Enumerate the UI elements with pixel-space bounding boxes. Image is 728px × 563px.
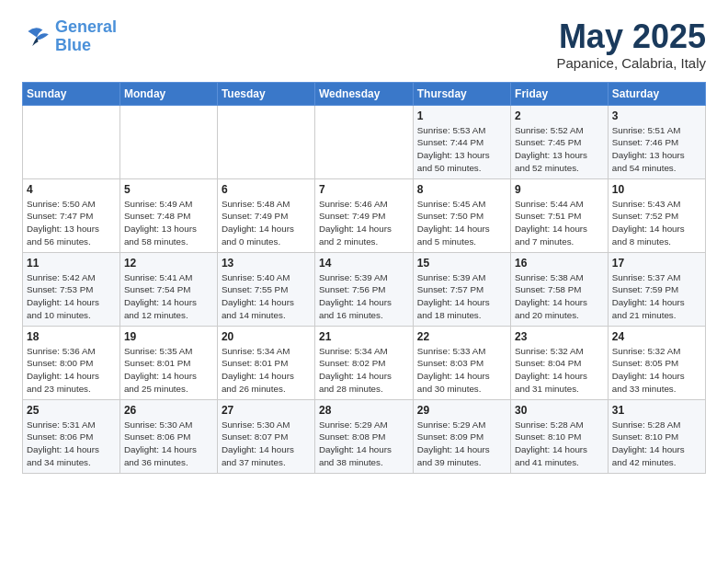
calendar-cell: 13Sunrise: 5:40 AM Sunset: 7:55 PM Dayli… xyxy=(217,252,314,326)
day-info: Sunrise: 5:36 AM Sunset: 8:00 PM Dayligh… xyxy=(27,345,116,396)
day-info: Sunrise: 5:52 AM Sunset: 7:45 PM Dayligh… xyxy=(515,124,604,175)
day-info: Sunrise: 5:51 AM Sunset: 7:46 PM Dayligh… xyxy=(612,124,701,175)
title-block: May 2025 Papanice, Calabria, Italy xyxy=(556,18,706,71)
day-number: 13 xyxy=(222,257,311,270)
calendar-cell xyxy=(314,105,413,178)
calendar-table: SundayMondayTuesdayWednesdayThursdayFrid… xyxy=(22,82,706,474)
calendar-cell xyxy=(119,105,217,178)
day-info: Sunrise: 5:39 AM Sunset: 7:57 PM Dayligh… xyxy=(417,271,506,322)
day-info: Sunrise: 5:32 AM Sunset: 8:05 PM Dayligh… xyxy=(612,345,701,396)
day-number: 6 xyxy=(222,183,311,196)
page-header: General Blue May 2025 Papanice, Calabria… xyxy=(22,18,706,71)
calendar-cell xyxy=(217,105,314,178)
day-number: 10 xyxy=(612,183,701,196)
day-info: Sunrise: 5:44 AM Sunset: 7:51 PM Dayligh… xyxy=(515,198,604,248)
calendar-week-4: 18Sunrise: 5:36 AM Sunset: 8:00 PM Dayli… xyxy=(23,326,706,399)
day-info: Sunrise: 5:29 AM Sunset: 8:08 PM Dayligh… xyxy=(319,419,409,469)
day-number: 24 xyxy=(612,330,701,343)
day-number: 30 xyxy=(515,404,604,417)
header-sunday: Sunday xyxy=(23,82,120,105)
day-number: 26 xyxy=(124,404,213,417)
calendar-week-3: 11Sunrise: 5:42 AM Sunset: 7:53 PM Dayli… xyxy=(23,252,706,326)
day-info: Sunrise: 5:50 AM Sunset: 7:47 PM Dayligh… xyxy=(27,198,116,248)
header-thursday: Thursday xyxy=(413,82,510,105)
header-monday: Monday xyxy=(119,82,217,105)
day-number: 20 xyxy=(222,330,311,343)
day-number: 1 xyxy=(417,109,506,122)
calendar-cell: 7Sunrise: 5:46 AM Sunset: 7:49 PM Daylig… xyxy=(314,178,413,252)
calendar-cell: 2Sunrise: 5:52 AM Sunset: 7:45 PM Daylig… xyxy=(511,105,609,178)
calendar-cell: 12Sunrise: 5:41 AM Sunset: 7:54 PM Dayli… xyxy=(119,252,217,326)
calendar-cell: 25Sunrise: 5:31 AM Sunset: 8:06 PM Dayli… xyxy=(23,399,120,473)
day-number: 9 xyxy=(515,183,604,196)
day-number: 25 xyxy=(27,404,116,417)
calendar-page: General Blue May 2025 Papanice, Calabria… xyxy=(0,0,728,488)
day-info: Sunrise: 5:35 AM Sunset: 8:01 PM Dayligh… xyxy=(124,345,213,396)
calendar-cell: 14Sunrise: 5:39 AM Sunset: 7:56 PM Dayli… xyxy=(314,252,413,326)
calendar-cell: 28Sunrise: 5:29 AM Sunset: 8:08 PM Dayli… xyxy=(314,399,413,473)
day-number: 8 xyxy=(417,183,506,196)
day-info: Sunrise: 5:40 AM Sunset: 7:55 PM Dayligh… xyxy=(222,271,311,322)
day-info: Sunrise: 5:31 AM Sunset: 8:06 PM Dayligh… xyxy=(27,419,116,469)
header-saturday: Saturday xyxy=(608,82,705,105)
day-info: Sunrise: 5:34 AM Sunset: 8:02 PM Dayligh… xyxy=(319,345,409,396)
day-number: 29 xyxy=(417,404,506,417)
calendar-week-2: 4Sunrise: 5:50 AM Sunset: 7:47 PM Daylig… xyxy=(23,178,706,252)
calendar-cell: 19Sunrise: 5:35 AM Sunset: 8:01 PM Dayli… xyxy=(119,326,217,399)
day-number: 2 xyxy=(515,109,604,122)
calendar-cell: 22Sunrise: 5:33 AM Sunset: 8:03 PM Dayli… xyxy=(413,326,510,399)
day-number: 5 xyxy=(124,183,213,196)
day-info: Sunrise: 5:29 AM Sunset: 8:09 PM Dayligh… xyxy=(417,419,506,469)
calendar-cell: 18Sunrise: 5:36 AM Sunset: 8:00 PM Dayli… xyxy=(23,326,120,399)
calendar-cell: 27Sunrise: 5:30 AM Sunset: 8:07 PM Dayli… xyxy=(217,399,314,473)
day-number: 7 xyxy=(319,183,409,196)
day-number: 16 xyxy=(515,257,604,270)
day-number: 4 xyxy=(27,183,116,196)
calendar-cell: 30Sunrise: 5:28 AM Sunset: 8:10 PM Dayli… xyxy=(511,399,609,473)
calendar-subtitle: Papanice, Calabria, Italy xyxy=(556,55,706,71)
header-wednesday: Wednesday xyxy=(314,82,413,105)
calendar-cell: 1Sunrise: 5:53 AM Sunset: 7:44 PM Daylig… xyxy=(413,105,510,178)
day-number: 23 xyxy=(515,330,604,343)
day-number: 27 xyxy=(222,404,311,417)
day-number: 11 xyxy=(27,257,116,270)
day-info: Sunrise: 5:49 AM Sunset: 7:48 PM Dayligh… xyxy=(124,198,213,248)
day-number: 31 xyxy=(612,404,701,417)
day-number: 21 xyxy=(319,330,409,343)
day-info: Sunrise: 5:33 AM Sunset: 8:03 PM Dayligh… xyxy=(417,345,506,396)
calendar-week-5: 25Sunrise: 5:31 AM Sunset: 8:06 PM Dayli… xyxy=(23,399,706,473)
calendar-header-row: SundayMondayTuesdayWednesdayThursdayFrid… xyxy=(23,82,706,105)
day-info: Sunrise: 5:28 AM Sunset: 8:10 PM Dayligh… xyxy=(515,419,604,469)
day-info: Sunrise: 5:30 AM Sunset: 8:06 PM Dayligh… xyxy=(124,419,213,469)
day-info: Sunrise: 5:42 AM Sunset: 7:53 PM Dayligh… xyxy=(27,271,116,322)
calendar-cell: 17Sunrise: 5:37 AM Sunset: 7:59 PM Dayli… xyxy=(608,252,705,326)
day-number: 17 xyxy=(612,257,701,270)
calendar-cell: 4Sunrise: 5:50 AM Sunset: 7:47 PM Daylig… xyxy=(23,178,120,252)
calendar-cell: 3Sunrise: 5:51 AM Sunset: 7:46 PM Daylig… xyxy=(608,105,705,178)
calendar-cell: 20Sunrise: 5:34 AM Sunset: 8:01 PM Dayli… xyxy=(217,326,314,399)
header-tuesday: Tuesday xyxy=(217,82,314,105)
day-info: Sunrise: 5:38 AM Sunset: 7:58 PM Dayligh… xyxy=(515,271,604,322)
day-info: Sunrise: 5:30 AM Sunset: 8:07 PM Dayligh… xyxy=(222,419,311,469)
logo-icon xyxy=(22,24,51,50)
day-number: 22 xyxy=(417,330,506,343)
calendar-cell: 6Sunrise: 5:48 AM Sunset: 7:49 PM Daylig… xyxy=(217,178,314,252)
day-info: Sunrise: 5:48 AM Sunset: 7:49 PM Dayligh… xyxy=(222,198,311,248)
logo-text: General Blue xyxy=(55,18,117,55)
day-number: 14 xyxy=(319,257,409,270)
day-info: Sunrise: 5:53 AM Sunset: 7:44 PM Dayligh… xyxy=(417,124,506,175)
calendar-cell: 5Sunrise: 5:49 AM Sunset: 7:48 PM Daylig… xyxy=(119,178,217,252)
day-info: Sunrise: 5:43 AM Sunset: 7:52 PM Dayligh… xyxy=(612,198,701,248)
day-info: Sunrise: 5:34 AM Sunset: 8:01 PM Dayligh… xyxy=(222,345,311,396)
day-info: Sunrise: 5:39 AM Sunset: 7:56 PM Dayligh… xyxy=(319,271,409,322)
calendar-cell: 11Sunrise: 5:42 AM Sunset: 7:53 PM Dayli… xyxy=(23,252,120,326)
day-number: 3 xyxy=(612,109,701,122)
calendar-cell: 29Sunrise: 5:29 AM Sunset: 8:09 PM Dayli… xyxy=(413,399,510,473)
day-info: Sunrise: 5:46 AM Sunset: 7:49 PM Dayligh… xyxy=(319,198,409,248)
calendar-week-1: 1Sunrise: 5:53 AM Sunset: 7:44 PM Daylig… xyxy=(23,105,706,178)
day-number: 15 xyxy=(417,257,506,270)
calendar-cell: 9Sunrise: 5:44 AM Sunset: 7:51 PM Daylig… xyxy=(511,178,609,252)
calendar-cell: 16Sunrise: 5:38 AM Sunset: 7:58 PM Dayli… xyxy=(511,252,609,326)
day-info: Sunrise: 5:41 AM Sunset: 7:54 PM Dayligh… xyxy=(124,271,213,322)
day-number: 28 xyxy=(319,404,409,417)
